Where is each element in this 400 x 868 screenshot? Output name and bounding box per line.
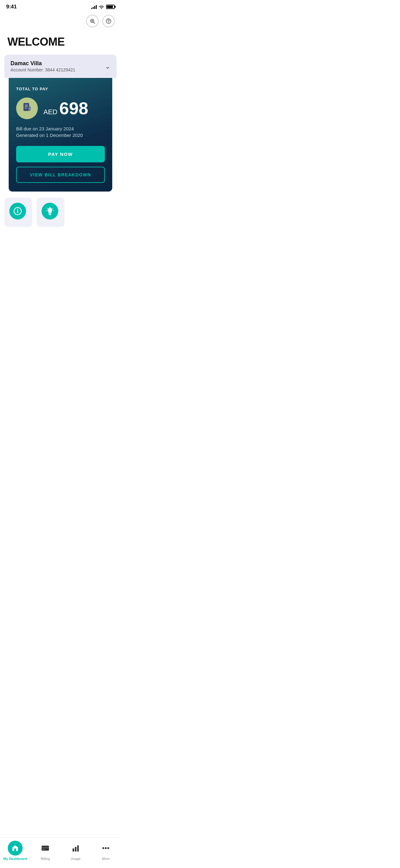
amount-row: AED 698 [16, 97, 105, 119]
svg-rect-7 [25, 106, 28, 107]
account-number: Account Number. 3844 42129421 [10, 67, 75, 72]
svg-line-17 [47, 208, 47, 209]
help-button[interactable] [102, 15, 115, 27]
bulb-icon-circle [41, 203, 58, 219]
search-button[interactable] [86, 15, 99, 27]
quick-action-bulb[interactable] [37, 198, 65, 227]
battery-icon [106, 5, 115, 9]
view-breakdown-button[interactable]: VIEW BILL BREAKDOWN [16, 167, 105, 183]
chevron-down-icon: ⌄ [105, 63, 110, 70]
bill-dates: Bill due on 23 January 2024 Generated on… [16, 126, 105, 138]
svg-line-1 [93, 22, 95, 23]
bill-due-date: Bill due on 23 January 2024 [16, 126, 105, 131]
svg-rect-10 [29, 107, 30, 110]
status-bar: 9:41 [0, 0, 121, 12]
bulb-icon [45, 207, 54, 215]
amount-display: AED 698 [43, 100, 88, 117]
status-time: 9:41 [6, 4, 17, 10]
bill-icon-circle [16, 97, 38, 119]
total-to-pay-label: TOTAL TO PAY [16, 87, 105, 91]
welcome-section: WELCOME [0, 32, 121, 55]
pay-now-button[interactable]: PAY NOW [16, 146, 105, 162]
quick-action-info[interactable] [4, 198, 32, 227]
account-info: Damac Villa Account Number. 3844 4212942… [10, 60, 75, 72]
svg-point-2 [92, 21, 93, 22]
status-icons [91, 5, 115, 9]
welcome-title: WELCOME [7, 35, 113, 49]
info-icon-circle [9, 203, 26, 219]
signal-icon [91, 5, 97, 9]
svg-line-18 [53, 208, 53, 209]
account-card: Damac Villa Account Number. 3844 4212942… [4, 55, 116, 191]
payment-card: TOTAL TO PAY AED 698 [9, 78, 112, 191]
svg-rect-8 [25, 108, 27, 108]
svg-point-13 [18, 209, 18, 210]
svg-point-4 [108, 22, 109, 22]
info-icon [13, 207, 22, 215]
svg-rect-6 [25, 104, 28, 105]
account-header[interactable]: Damac Villa Account Number. 3844 4212942… [4, 55, 116, 78]
amount-value: 698 [59, 100, 88, 117]
wifi-icon [99, 5, 104, 9]
quick-actions-section [0, 191, 121, 227]
header [0, 12, 121, 32]
bill-icon [22, 102, 32, 115]
amount-currency: AED [43, 108, 57, 116]
account-name: Damac Villa [10, 60, 75, 67]
bill-generated-date: Generated on 1 December 2020 [16, 132, 105, 138]
